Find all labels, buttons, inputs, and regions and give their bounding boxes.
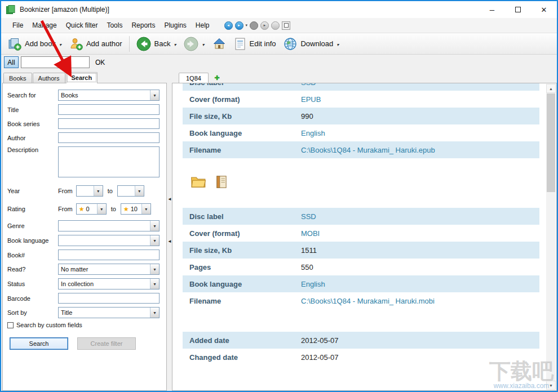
tab-search[interactable]: Search — [66, 72, 98, 83]
minimize-button[interactable] — [479, 1, 505, 18]
maximize-button[interactable] — [505, 1, 531, 18]
field-label: Book language — [189, 280, 301, 288]
read-value: No matter — [59, 266, 150, 273]
quick-search-input[interactable] — [21, 56, 90, 68]
sort-by-select[interactable]: Title — [58, 307, 160, 318]
download-button[interactable]: Download — [280, 35, 343, 53]
play-button[interactable] — [235, 21, 243, 30]
scroll-up-button[interactable] — [546, 84, 556, 93]
detail-row: File size, Kb 1511 — [183, 242, 539, 259]
status-select[interactable]: In collection — [58, 278, 160, 289]
pause-button[interactable] — [271, 21, 280, 30]
genre-select[interactable] — [58, 220, 160, 231]
field-value-link[interactable]: C:\Books\1Q84 - Murakami_ Haruki.epub — [301, 146, 435, 154]
rewind-icon — [227, 24, 230, 27]
year-row: Year From to — [7, 185, 162, 197]
forward-button[interactable] — [260, 21, 269, 30]
menu-reports[interactable]: Reports — [127, 19, 160, 32]
sort-by-label: Sort by — [7, 309, 58, 316]
book-language-select[interactable] — [58, 235, 160, 246]
field-value-link[interactable]: SSD — [301, 212, 316, 221]
detail-row: Pages 550 — [183, 259, 539, 275]
menu-file[interactable]: File — [8, 19, 28, 32]
edit-info-button[interactable]: Edit info — [230, 35, 280, 53]
menu-bar: File Manage Quick filter Tools Reports P… — [1, 18, 557, 33]
tab-authors[interactable]: Authors — [33, 73, 65, 83]
add-book-icon — [8, 37, 21, 51]
field-value: 2012-05-07 — [301, 353, 339, 362]
rating-from-select[interactable]: 0 — [76, 203, 107, 215]
all-filter-button[interactable]: All — [4, 56, 19, 68]
year-to-label: to — [108, 188, 113, 194]
year-to-select[interactable] — [117, 185, 144, 197]
field-value: 2012-05-07 — [301, 336, 339, 345]
maximize-icon — [515, 7, 521, 12]
book-series-label: Book series — [7, 121, 58, 127]
splitter-collapse-icon[interactable] — [167, 197, 172, 202]
add-book-label: Add book — [25, 39, 56, 48]
custom-fields-row: Search by custom fields — [7, 322, 162, 328]
open-book-icon[interactable] — [214, 175, 229, 191]
book-tab-1q84[interactable]: 1Q84 — [179, 73, 209, 83]
forward-nav-button[interactable] — [180, 34, 208, 54]
scroll-track[interactable] — [546, 193, 556, 381]
splitter-collapse-icon[interactable] — [167, 239, 172, 244]
close-button[interactable] — [531, 1, 557, 18]
read-select[interactable]: No matter — [58, 264, 160, 275]
vertical-scrollbar[interactable] — [546, 84, 556, 390]
book-tab-strip: 1Q84 — [172, 71, 557, 83]
add-author-button[interactable]: Add author — [65, 35, 126, 53]
book-language-row: Book language — [7, 235, 162, 246]
tab-books[interactable]: Books — [3, 73, 32, 83]
rating-to-value: 10 — [131, 206, 138, 212]
scroll-thumb[interactable] — [547, 93, 555, 192]
add-tab-button[interactable] — [211, 73, 223, 83]
stop-button[interactable] — [250, 21, 258, 30]
menu-quick-filter[interactable]: Quick filter — [61, 19, 103, 32]
barcode-input[interactable] — [58, 293, 160, 304]
field-label: File size, Kb — [189, 246, 301, 255]
author-input[interactable] — [58, 132, 160, 143]
quick-filter-bar: All OK — [1, 55, 557, 70]
chevron-down-icon — [150, 221, 159, 231]
open-folder-icon[interactable] — [191, 175, 206, 191]
title-input[interactable] — [58, 104, 160, 115]
player-controls — [224, 21, 291, 30]
chevron-down-icon — [174, 39, 176, 48]
book-number-input[interactable] — [58, 250, 160, 260]
field-label: Pages — [189, 263, 301, 271]
field-value-link[interactable]: MOBI — [301, 229, 320, 238]
field-value-link[interactable]: C:\Books\1Q84 - Murakami_ Haruki.mobi — [301, 297, 435, 305]
field-value-link[interactable]: SSD — [301, 83, 316, 87]
add-book-button[interactable]: Add book — [4, 35, 65, 53]
read-label: Read? — [7, 266, 58, 273]
close-icon — [541, 5, 547, 15]
edit-info-label: Edit info — [250, 39, 276, 48]
detail-row: File size, Kb 990 — [183, 108, 539, 124]
home-button[interactable] — [209, 35, 230, 53]
panel-splitter[interactable] — [167, 70, 172, 391]
scroll-down-button[interactable] — [546, 381, 556, 390]
field-value-link[interactable]: English — [301, 280, 325, 288]
menu-manage[interactable]: Manage — [28, 19, 61, 32]
rewind-button[interactable] — [224, 21, 233, 30]
year-from-select[interactable] — [76, 185, 103, 197]
back-button[interactable]: Back — [132, 34, 180, 54]
field-value-link[interactable]: EPUB — [301, 95, 321, 104]
search-for-select[interactable]: Books — [58, 90, 160, 101]
menu-tools[interactable]: Tools — [102, 19, 127, 32]
ok-button[interactable]: OK — [92, 57, 108, 68]
rating-to-select[interactable]: 10 — [121, 203, 151, 215]
menu-plugins[interactable]: Plugins — [160, 19, 191, 32]
menu-help[interactable]: Help — [191, 19, 214, 32]
play-options-dropdown[interactable] — [246, 23, 248, 28]
window-controls — [479, 1, 557, 18]
book-series-input[interactable] — [58, 118, 160, 129]
search-button[interactable]: Search — [10, 337, 68, 350]
custom-fields-checkbox[interactable] — [7, 322, 14, 328]
search-form: Search for Books Title Book series Autho… — [2, 83, 167, 391]
create-filter-button[interactable]: Create filter — [77, 337, 136, 350]
description-input[interactable] — [58, 146, 160, 177]
field-value-link[interactable]: English — [301, 129, 325, 137]
record-button[interactable] — [282, 21, 290, 30]
